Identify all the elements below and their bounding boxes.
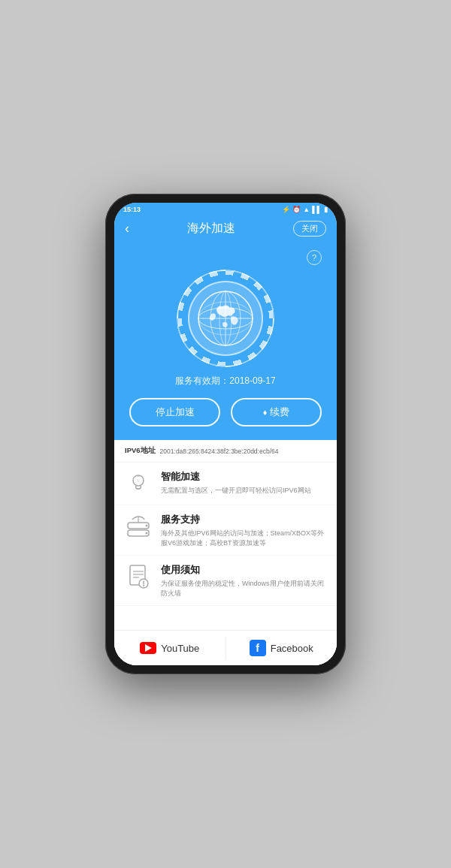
usage-notice-title: 使用须知 [161, 563, 326, 577]
service-support-desc: 海外及其他IPV6网站的访问与加速；Steam/XBOX等外服V6游戏加速；高校… [161, 529, 326, 547]
blue-section: ? [114, 243, 337, 440]
smart-speed-icon [125, 470, 152, 497]
usage-notice-text: 使用须知 为保证服务使用的稳定性，Windows用户使用前请关闭防火墙 [161, 563, 326, 598]
status-time: 15:13 [123, 206, 141, 213]
page-title: 海外加速 [187, 221, 235, 237]
status-icons: ⚡ ⏰ ▲ ▌▌ ▮ [282, 206, 328, 213]
clock-icon: ⏰ [292, 206, 301, 213]
stop-button[interactable]: 停止加速 [129, 398, 220, 426]
youtube-label: YouTube [161, 643, 199, 654]
close-button[interactable]: 关闭 [293, 221, 326, 237]
renew-label: 续费 [270, 405, 289, 419]
svg-point-13 [146, 532, 148, 535]
battery-icon: ▮ [324, 206, 328, 213]
phone-frame: 15:13 ⚡ ⏰ ▲ ▌▌ ▮ ‹ 海外加速 关闭 ? [105, 194, 346, 674]
status-bar: 15:13 ⚡ ⏰ ▲ ▌▌ ▮ [114, 203, 337, 216]
youtube-icon [140, 642, 156, 654]
service-support-title: 服务支持 [161, 513, 326, 526]
ipv6-label: IPV6地址 [125, 446, 156, 456]
facebook-label: Facebook [271, 643, 313, 654]
facebook-icon: f [250, 640, 266, 656]
smart-speed-desc: 无需配置与选区，一键开启即可轻松访问IPV6网站 [161, 486, 326, 496]
content-section: IPV6地址 2001:da8:265:8424:38f2:3be:20dd:e… [114, 440, 337, 665]
help-button[interactable]: ? [307, 250, 322, 265]
globe-container [177, 270, 274, 367]
feature-service-support: 服务支持 海外及其他IPV6网站的访问与加速；Steam/XBOX等外服V6游戏… [114, 505, 337, 556]
svg-point-21 [143, 585, 144, 586]
feature-usage-notice: 使用须知 为保证服务使用的稳定性，Windows用户使用前请关闭防火墙 [114, 556, 337, 606]
service-support-text: 服务支持 海外及其他IPV6网站的访问与加速；Steam/XBOX等外服V6游戏… [161, 513, 326, 547]
phone-screen: 15:13 ⚡ ⏰ ▲ ▌▌ ▮ ‹ 海外加速 关闭 ? [114, 203, 337, 665]
ipv6-value: 2001:da8:265:8424:38f2:3be:20dd:ecb/64 [160, 448, 279, 455]
feature-smart-speed: 智能加速 无需配置与选区，一键开启即可轻松访问IPV6网站 [114, 463, 337, 505]
app-header: ‹ 海外加速 关闭 [114, 216, 337, 243]
ipv6-row: IPV6地址 2001:da8:265:8424:38f2:3be:20dd:e… [114, 440, 337, 463]
service-date: 服务有效期：2018-09-17 [175, 375, 275, 387]
service-support-icon [125, 513, 152, 540]
signal-icon: ▌▌ [312, 206, 322, 213]
svg-point-12 [146, 525, 148, 527]
smart-speed-text: 智能加速 无需配置与选区，一键开启即可轻松访问IPV6网站 [161, 470, 326, 496]
back-button[interactable]: ‹ [125, 221, 129, 237]
action-buttons: 停止加速 ♦ 续费 [129, 398, 322, 426]
bluetooth-icon: ⚡ [282, 206, 290, 213]
renew-button[interactable]: ♦ 续费 [231, 398, 322, 426]
globe-icon [195, 288, 256, 348]
usage-notice-desc: 为保证服务使用的稳定性，Windows用户使用前请关闭防火墙 [161, 579, 326, 598]
usage-notice-icon [125, 563, 152, 590]
renew-icon: ♦ [263, 408, 268, 417]
smart-speed-title: 智能加速 [161, 470, 326, 484]
globe-inner [188, 281, 263, 356]
youtube-item[interactable]: YouTube [114, 637, 226, 659]
bottom-bar: YouTube f Facebook [114, 630, 337, 665]
wifi-icon: ▲ [303, 206, 310, 213]
facebook-item[interactable]: f Facebook [226, 637, 337, 659]
